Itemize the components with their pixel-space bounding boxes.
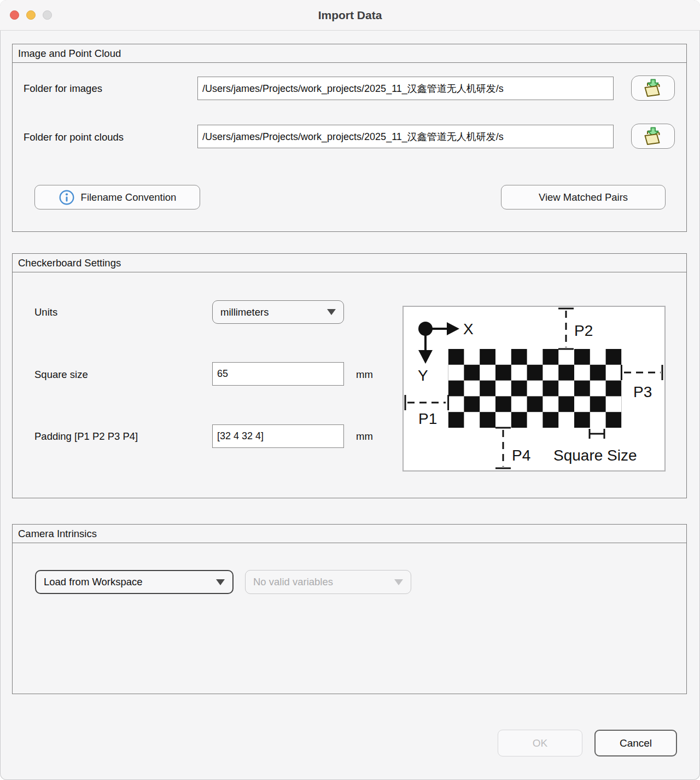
camera-intrinsics-group: Camera Intrinsics Load from Workspace No… <box>12 524 687 694</box>
intrinsics-variables-dropdown: No valid variables <box>245 570 411 594</box>
p4-measure <box>495 428 511 468</box>
p4-label: P4 <box>512 447 530 464</box>
units-dropdown[interactable]: millimeters <box>212 300 344 324</box>
open-folder-icon <box>641 126 664 147</box>
view-matched-pairs-label: View Matched Pairs <box>539 191 628 203</box>
chevron-down-icon <box>394 579 403 585</box>
padding-label: Padding [P1 P2 P3 P4] <box>34 429 138 444</box>
p3-measure <box>621 365 662 380</box>
padding-unit: mm <box>356 429 373 444</box>
browse-point-clouds-button[interactable] <box>631 124 675 149</box>
window-title: Import Data <box>0 0 700 30</box>
folder-for-point-clouds-label: Folder for point clouds <box>24 130 124 144</box>
checkerboard-diagram: X Y P2 P3 <box>402 306 666 472</box>
square-size-input[interactable] <box>212 362 344 386</box>
browse-images-button[interactable] <box>631 75 675 101</box>
info-icon <box>59 189 75 206</box>
ok-button-label: OK <box>533 737 547 749</box>
chevron-down-icon <box>327 309 336 315</box>
intrinsics-variables-selected-value: No valid variables <box>253 576 333 588</box>
intrinsics-source-selected-value: Load from Workspace <box>44 576 143 588</box>
p1-label: P1 <box>418 410 437 427</box>
close-window-icon[interactable] <box>10 10 19 20</box>
zoom-window-icon <box>43 10 52 20</box>
open-folder-icon <box>641 78 664 98</box>
square-size-bracket <box>590 429 604 439</box>
units-label: Units <box>34 305 57 319</box>
padding-input[interactable] <box>212 424 344 448</box>
square-size-unit: mm <box>356 368 373 382</box>
checkerboard-diagram-svg: X Y P2 P3 <box>404 307 664 470</box>
cancel-button[interactable]: Cancel <box>594 730 677 756</box>
folder-for-images-input[interactable] <box>197 77 614 100</box>
square-size-label: Square size <box>34 368 88 382</box>
intrinsics-source-dropdown[interactable]: Load from Workspace <box>35 570 234 594</box>
units-selected-value: millimeters <box>220 306 269 318</box>
folder-for-images-label: Folder for images <box>24 82 102 96</box>
cancel-button-label: Cancel <box>620 737 652 749</box>
titlebar[interactable]: Import Data <box>0 0 700 31</box>
image-point-cloud-group: Image and Point Cloud Folder for images … <box>12 44 687 232</box>
view-matched-pairs-button[interactable]: View Matched Pairs <box>501 185 666 209</box>
p1-measure <box>405 395 448 410</box>
folder-for-point-clouds-input[interactable] <box>197 125 614 148</box>
minimize-window-icon[interactable] <box>26 10 36 20</box>
axis-y-label: Y <box>418 367 428 384</box>
camera-intrinsics-header: Camera Intrinsics <box>13 525 686 543</box>
checkerboard-settings-header: Checkerboard Settings <box>13 254 686 272</box>
ok-button: OK <box>498 730 582 756</box>
image-point-cloud-header: Image and Point Cloud <box>13 44 686 63</box>
checkerboard-pattern <box>448 349 622 428</box>
traffic-lights <box>10 10 52 20</box>
p3-label: P3 <box>633 383 652 400</box>
square-size-diagram-label: Square Size <box>553 447 637 464</box>
p2-measure <box>558 308 574 349</box>
import-data-dialog: Import Data Image and Point Cloud Folder… <box>0 0 700 780</box>
filename-convention-label: Filename Convention <box>81 191 177 203</box>
chevron-down-icon <box>216 579 225 585</box>
p2-label: P2 <box>574 322 593 339</box>
filename-convention-button[interactable]: Filename Convention <box>34 185 200 209</box>
checkerboard-settings-group: Checkerboard Settings Units millimeters … <box>12 253 687 498</box>
axis-x-label: X <box>463 321 474 337</box>
